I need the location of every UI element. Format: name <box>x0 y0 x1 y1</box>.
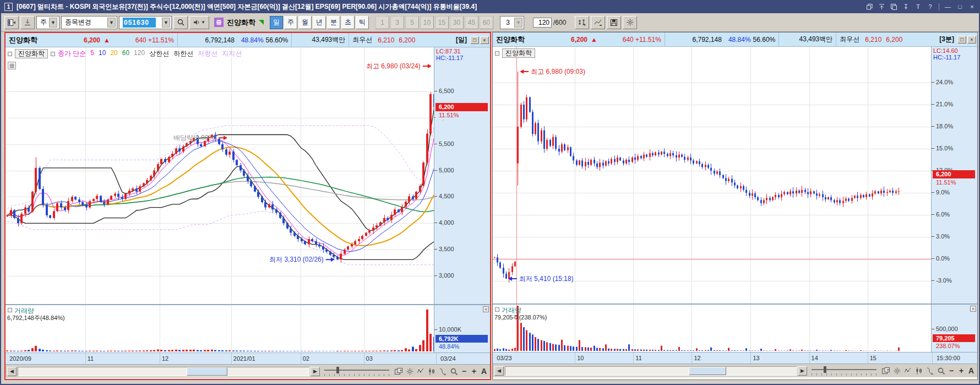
legend-checkbox-icon[interactable] <box>495 51 499 56</box>
line-chart-style-icon[interactable] <box>903 366 913 376</box>
legend-item[interactable]: 5 <box>90 49 94 58</box>
duplicate-window-icon[interactable] <box>890 3 897 10</box>
period-button-초[interactable]: 초 <box>341 16 355 29</box>
always-on-top-icon[interactable] <box>878 3 885 10</box>
stock-code-input[interactable] <box>123 18 156 28</box>
zoom-in-button[interactable]: + <box>957 366 966 375</box>
candle-style-icon[interactable] <box>914 366 924 376</box>
save-button[interactable] <box>607 16 621 29</box>
legend-item[interactable]: 저항선 <box>198 49 217 58</box>
candlestick-chart-canvas[interactable] <box>6 47 436 304</box>
scrollbar-thumb[interactable] <box>187 367 227 376</box>
restore-window-button[interactable]: □ <box>957 36 966 44</box>
close-window-button[interactable]: × <box>967 36 976 44</box>
volume-chart-canvas[interactable] <box>493 305 932 352</box>
volume-value-text: 6,792,148주(48.84%) <box>7 314 65 322</box>
zoom-in-button[interactable]: + <box>470 367 478 376</box>
chart-layout-icon[interactable] <box>881 366 891 376</box>
legend-item[interactable]: 20 <box>110 49 117 58</box>
chart-settings-icon[interactable] <box>405 366 415 376</box>
volume-axis[interactable]: × 500,000 79,205 238.07% <box>931 305 977 352</box>
period-button-월[interactable]: 월 <box>298 16 312 29</box>
candlestick-chart-canvas[interactable] <box>493 47 932 303</box>
zoom-slider[interactable] <box>812 366 876 376</box>
chevron-down-icon[interactable]: ▼ <box>107 18 116 28</box>
chevron-down-icon[interactable]: ▼ <box>49 18 57 28</box>
chevron-down-icon[interactable]: ▼ <box>201 20 205 25</box>
legend-item[interactable]: 종가 단순 <box>58 49 86 58</box>
zoom-tool-icon[interactable] <box>936 366 946 376</box>
search-button[interactable] <box>173 16 188 29</box>
close-button[interactable]: × <box>968 3 976 10</box>
chart-scrollbar[interactable] <box>505 366 797 376</box>
scroll-left-button[interactable]: ◀ <box>7 367 17 376</box>
zoom-out-button[interactable]: − <box>460 367 469 376</box>
legend-checkbox-icon[interactable] <box>51 52 55 56</box>
dock-bottom-button[interactable] <box>20 16 35 29</box>
zoom-tool-icon[interactable] <box>449 366 459 376</box>
close-pane-icon[interactable]: × <box>483 306 489 312</box>
zoom-slider-thumb[interactable] <box>824 366 826 373</box>
new-window-icon[interactable] <box>866 3 873 10</box>
compare-chart-button[interactable] <box>575 16 589 29</box>
panel-toggle-button[interactable] <box>4 16 19 29</box>
legend-item[interactable]: 하한선 <box>173 49 193 58</box>
price-axis[interactable]: LC:87.31 HC:-11.17 6,5006,0005,5005,0004… <box>434 47 490 304</box>
close-window-button[interactable]: × <box>480 36 489 44</box>
stock-code-combo[interactable]: ▼ <box>119 16 172 29</box>
zoom-out-button[interactable]: − <box>947 366 956 375</box>
zoom-slider[interactable] <box>324 366 389 376</box>
scroll-right-button[interactable]: ▶ <box>311 367 320 376</box>
auto-scale-button[interactable]: A <box>480 367 488 376</box>
volume-chart-canvas[interactable] <box>6 305 436 353</box>
close-pane-icon[interactable]: × <box>970 306 976 312</box>
minimize-button[interactable]: — <box>944 3 951 10</box>
legend-item[interactable]: 10 <box>99 49 106 58</box>
legend-checkbox-icon[interactable] <box>495 307 499 312</box>
auto-scale-button[interactable]: A <box>967 366 976 375</box>
help-icon[interactable]: ? <box>927 3 934 10</box>
legend-stock-name[interactable]: 진양화학 <box>15 49 48 58</box>
chart-layout-icon[interactable] <box>394 366 404 376</box>
legend-checkbox-icon[interactable] <box>8 52 12 56</box>
chevron-down-icon[interactable]: ▼ <box>514 18 522 28</box>
legend-item[interactable]: 60 <box>122 49 129 58</box>
volume-axis[interactable]: × 10,000K 6,792K 48.84% <box>434 305 490 353</box>
settings-button[interactable] <box>623 16 637 29</box>
indicator-icon[interactable] <box>925 366 935 376</box>
candle-style-icon[interactable] <box>427 366 437 376</box>
price-axis[interactable]: LC:14.60 HC:-11.17 24.0%21.0%18.0%15.0%1… <box>931 47 977 303</box>
stock-change-select[interactable]: 종목변경▼ <box>61 16 117 29</box>
chart-scrollbar[interactable] <box>18 367 309 376</box>
legend-checkbox-icon[interactable] <box>8 308 12 312</box>
zoom-slider-thumb[interactable] <box>336 367 339 373</box>
period-button-년[interactable]: 년 <box>313 16 326 29</box>
visible-bars-input[interactable] <box>533 18 552 28</box>
text-tool-icon[interactable]: T <box>914 3 922 10</box>
legend-item[interactable]: 상한선 <box>149 49 169 58</box>
legend-stock-name[interactable]: 진양화학 <box>502 48 535 58</box>
pin-icon[interactable] <box>902 3 910 10</box>
custom-minute-select[interactable]: 3▼ <box>500 16 524 29</box>
voice-alert-button[interactable]: ▼ <box>189 16 209 29</box>
cycle-select[interactable]: 주▼ <box>36 16 59 29</box>
line-chart-style-icon[interactable] <box>416 366 426 376</box>
maximize-button[interactable]: □ <box>956 3 963 10</box>
trendline-tool-button[interactable] <box>591 16 605 29</box>
scroll-right-button[interactable]: ▶ <box>798 366 807 376</box>
chart-settings-icon[interactable] <box>892 366 902 376</box>
legend-item[interactable]: 지지선 <box>222 49 242 58</box>
period-button-주[interactable]: 주 <box>284 16 297 29</box>
period-button-분[interactable]: 분 <box>327 16 340 29</box>
legend-item[interactable]: 120 <box>134 49 145 58</box>
date-axis[interactable]: 2020/0911122021/01020303/24 <box>6 353 490 365</box>
date-axis[interactable]: 03/2310111213141515:30:00 <box>493 352 977 364</box>
chevron-down-icon[interactable]: ▼ <box>162 18 170 28</box>
indicator-icon[interactable] <box>438 366 448 376</box>
scroll-left-button[interactable]: ◀ <box>494 366 504 376</box>
period-button-틱[interactable]: 틱 <box>356 16 369 29</box>
restore-window-button[interactable]: □ <box>470 36 479 44</box>
grid-toggle-button[interactable]: ⊞ <box>8 62 16 69</box>
period-button-일[interactable]: 일 <box>270 16 283 29</box>
scrollbar-thumb[interactable] <box>689 367 727 375</box>
